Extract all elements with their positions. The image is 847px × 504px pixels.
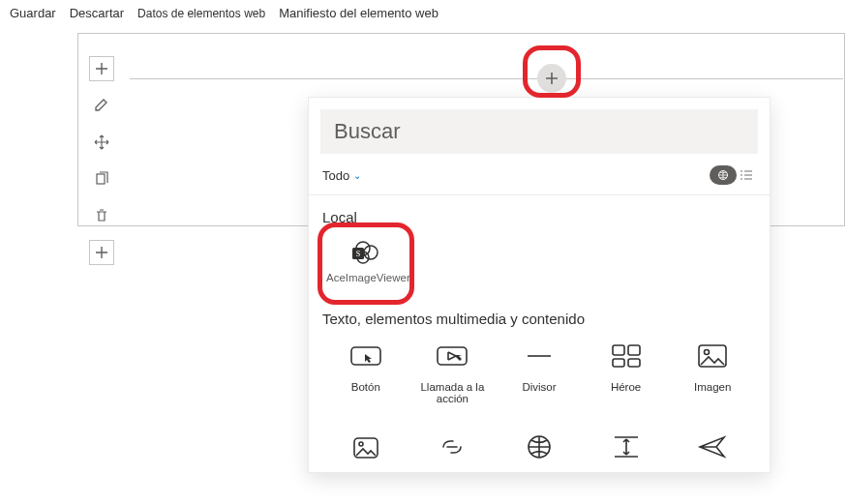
webpart-toolbox-panel: Buscar Todo ⌄ Local S — [308, 97, 771, 473]
image-icon — [692, 341, 733, 371]
section-tools — [89, 56, 114, 265]
list-view-button[interactable] — [737, 165, 756, 185]
add-section-top-button[interactable] — [89, 56, 114, 81]
search-input[interactable]: Buscar — [320, 109, 758, 154]
svg-rect-12 — [628, 359, 640, 367]
webpart-manifest-link[interactable]: Manifiesto del elemento web — [279, 6, 439, 20]
move-icon[interactable] — [89, 130, 114, 155]
duplicate-icon[interactable] — [89, 166, 114, 192]
webpart-label: Botón — [351, 381, 380, 393]
edit-icon[interactable] — [89, 93, 114, 118]
cta-icon — [432, 341, 472, 371]
toolbox-filter-row: Todo ⌄ — [309, 162, 770, 195]
view-toggle — [710, 165, 756, 185]
local-webpart-aceimageviewer[interactable]: S AceImageViewer — [322, 235, 408, 285]
webpart-image-gallery[interactable] — [322, 431, 409, 462]
webpart-label: Imagen — [694, 381, 731, 393]
local-webpart-label: AceImageViewer — [326, 272, 404, 285]
filter-label-text: Todo — [322, 168, 349, 183]
delete-icon[interactable] — [89, 203, 114, 228]
webpart-button[interactable]: Botón — [322, 341, 409, 404]
webpart-embed[interactable] — [496, 431, 583, 462]
webpart-divider[interactable]: Divisor — [496, 341, 583, 404]
webpart-link[interactable] — [409, 431, 497, 462]
webpart-image[interactable]: Imagen — [669, 341, 756, 404]
add-webpart-button[interactable] — [537, 64, 566, 93]
divider-icon — [519, 341, 560, 371]
link-icon — [432, 431, 472, 462]
button-icon — [346, 341, 386, 371]
add-section-bottom-button[interactable] — [89, 240, 114, 265]
content-webparts-grid: Botón Llamada a la acción Divisor Héroe … — [309, 337, 770, 462]
svg-rect-11 — [613, 359, 624, 367]
webpart-label: Llamada a la acción — [409, 381, 497, 404]
globe-icon — [519, 431, 560, 462]
discard-link[interactable]: Descartar — [70, 6, 124, 20]
hero-icon — [606, 341, 647, 371]
section-content-heading: Texto, elementos multimedia y contenido — [309, 297, 770, 337]
svg-rect-10 — [628, 345, 640, 355]
spacer-icon — [606, 431, 647, 462]
filter-dropdown[interactable]: Todo ⌄ — [322, 168, 361, 183]
svg-point-16 — [359, 442, 363, 446]
webpart-call-to-action[interactable]: Llamada a la acción — [409, 341, 497, 404]
grid-view-button[interactable] — [710, 165, 737, 185]
send-icon — [692, 431, 733, 462]
svg-rect-9 — [613, 345, 624, 355]
section-divider-line — [130, 78, 843, 79]
svg-point-14 — [705, 349, 710, 354]
webpart-spacer[interactable] — [583, 431, 670, 462]
webpart-hero[interactable]: Héroe — [583, 341, 670, 404]
save-link[interactable]: Guardar — [10, 6, 56, 20]
local-webparts-grid: S AceImageViewer — [309, 235, 770, 297]
svg-rect-0 — [97, 174, 105, 184]
image-gallery-icon — [346, 431, 386, 462]
webpart-label: Héroe — [611, 381, 641, 393]
sharepoint-icon: S — [348, 239, 381, 266]
chevron-down-icon: ⌄ — [353, 170, 361, 181]
top-bar: Guardar Descartar Datos de elementos web… — [0, 0, 847, 26]
svg-rect-8 — [438, 347, 467, 365]
webpart-label: Divisor — [522, 381, 556, 393]
webpart-data-link[interactable]: Datos de elementos web — [137, 7, 265, 20]
svg-text:S: S — [356, 250, 360, 258]
webpart-stream[interactable] — [669, 431, 756, 462]
section-local-heading: Local — [309, 195, 770, 235]
